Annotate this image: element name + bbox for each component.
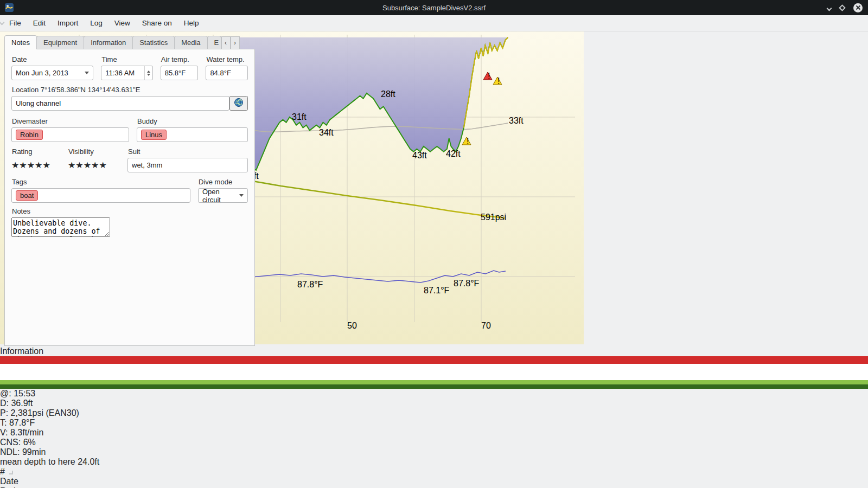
tag-chip[interactable]: boat [16, 190, 38, 201]
svg-text:42ft: 42ft [446, 149, 461, 158]
divemaster-chip[interactable]: Robin [16, 130, 43, 140]
svg-text:87.8°F: 87.8°F [297, 280, 323, 289]
time-spinbox[interactable]: 11:36 AM [101, 66, 153, 80]
buddy-chip[interactable]: Linus [141, 130, 167, 140]
air-temp-field[interactable] [161, 66, 199, 80]
chevron-down-icon [239, 194, 244, 197]
chevron-down-icon [85, 72, 89, 74]
spinner-arrows-icon[interactable] [144, 66, 150, 80]
info-box-row: T: 87.8°F [0, 418, 868, 428]
profile-info-box: Information @: 15:53D: 36.9ftP: 2,381psi… [0, 346, 868, 467]
tab-information[interactable]: Information [84, 36, 133, 49]
tab-scroll-left-button[interactable]: ‹ [221, 36, 231, 49]
time-label: Time [101, 55, 153, 63]
svg-text:50: 50 [347, 321, 357, 330]
svg-text:591psi: 591psi [481, 213, 506, 222]
info-box-row: P: 2,381psi (EAN30) [0, 408, 868, 418]
dive-list: #DateRatingDepthDurationMediaBuddy Divi … [0, 467, 868, 488]
maximize-button[interactable] [840, 3, 845, 12]
star-icon: ★ [91, 160, 99, 170]
time-value: 11:36 AM [105, 69, 135, 77]
info-box-row: CNS: 6% [0, 438, 868, 447]
visibility-stars[interactable]: ★★★★★ [68, 158, 120, 172]
dive-mode-select[interactable]: Open circuit [198, 188, 248, 203]
svg-text:31ft: 31ft [292, 112, 307, 121]
titlebar: Subsurface: SampleDivesV2.ssrf [0, 0, 868, 15]
star-icon: ★ [35, 160, 42, 170]
rating-stars[interactable]: ★★★★★ [11, 158, 60, 172]
svg-text:43ft: 43ft [412, 151, 427, 160]
notes-form: Date Mon Jun 3, 2013 Time 11:36 AM Air t… [4, 49, 255, 346]
menu-import[interactable]: Import [52, 17, 84, 29]
star-icon: ★ [84, 160, 91, 170]
tab-scroll-buttons: ‹› [221, 36, 240, 49]
info-box-legend [0, 356, 868, 389]
tabbar: NotesEquipmentInformationStatisticsMedia… [4, 35, 255, 49]
menu-help[interactable]: Help [178, 17, 205, 29]
dive-list-header: #DateRatingDepthDurationMediaBuddy [0, 467, 868, 488]
window-title: Subsurface: SampleDivesV2.ssrf [0, 4, 868, 12]
location-field[interactable] [11, 96, 229, 111]
menu-edit[interactable]: Edit [27, 17, 52, 29]
air-temp-label: Air temp. [161, 55, 199, 63]
tab-media[interactable]: Media [174, 36, 207, 49]
svg-text:!: ! [497, 76, 500, 86]
tab-notes[interactable]: Notes [4, 35, 37, 49]
tags-label: Tags [12, 178, 190, 186]
info-box-row: NDL: 99min [0, 447, 868, 457]
svg-text:34ft: 34ft [319, 128, 334, 137]
menu-view[interactable]: View [108, 17, 136, 29]
date-combobox[interactable]: Mon Jun 3, 2013 [11, 66, 93, 80]
divemaster-field[interactable]: Robin [11, 127, 129, 142]
svg-text:87.1°F: 87.1°F [424, 286, 450, 295]
svg-text:28ft: 28ft [381, 89, 395, 99]
visibility-label: Visibility [68, 147, 120, 156]
divemaster-label: Divemaster [12, 117, 129, 125]
dive-mode-value: Open circuit [202, 188, 239, 204]
info-box-rows: @: 15:53D: 36.9ftP: 2,381psi (EAN30)T: 8… [0, 389, 868, 467]
svg-text:33ft: 33ft [509, 116, 524, 125]
tab-e[interactable]: E [207, 36, 221, 49]
menubar: FileEditImportLogViewShare onHelp [0, 15, 868, 31]
column-header-num[interactable]: # [0, 467, 868, 477]
star-icon: ★ [75, 160, 83, 170]
edit-dive-site-button[interactable] [229, 96, 248, 111]
info-box-row: mean depth to here 24.0ft [0, 457, 868, 467]
suit-label: Suit [128, 147, 248, 156]
suit-field[interactable] [127, 158, 248, 172]
close-button[interactable] [853, 3, 863, 12]
buddy-label: Buddy [137, 117, 248, 125]
rating-label: Rating [12, 147, 60, 156]
dive-mode-label: Dive mode [199, 178, 248, 186]
minimize-button[interactable] [827, 3, 831, 12]
buddy-field[interactable]: Linus [137, 127, 248, 142]
tags-field[interactable]: boat [11, 188, 190, 203]
water-temp-field[interactable] [206, 66, 248, 80]
notes-textarea[interactable]: Unbelievable dive. Dozens and dozens of … [11, 217, 110, 237]
menu-file[interactable]: File [3, 17, 27, 29]
star-icon: ★ [68, 160, 75, 170]
column-header-date[interactable]: Date [0, 477, 868, 486]
sort-ascending-icon [9, 471, 13, 474]
tab-equipment[interactable]: Equipment [36, 36, 84, 49]
date-label: Date [12, 55, 93, 63]
star-icon: ★ [11, 160, 19, 170]
dive-notes-panel: NotesEquipmentInformationStatisticsMedia… [4, 35, 255, 346]
globe-icon [234, 98, 244, 107]
info-box-row: D: 36.9ft [0, 399, 868, 408]
star-icon: ★ [99, 160, 106, 170]
star-icon: ★ [19, 160, 27, 170]
svg-text:!: ! [488, 72, 490, 81]
menu-share-on[interactable]: Share on [136, 17, 178, 29]
star-icon: ★ [27, 160, 35, 170]
date-value: Mon Jun 3, 2013 [16, 69, 68, 77]
info-box-row: V: 8.3ft/min [0, 428, 868, 438]
svg-text:87.8°F: 87.8°F [454, 279, 480, 288]
notes-label: Notes [12, 207, 248, 215]
svg-text:!: ! [467, 137, 469, 146]
star-icon: ★ [42, 160, 50, 170]
tab-scroll-right-button[interactable]: › [231, 36, 240, 49]
menu-log[interactable]: Log [84, 17, 108, 29]
svg-text:70: 70 [481, 321, 491, 330]
tab-statistics[interactable]: Statistics [132, 36, 175, 49]
